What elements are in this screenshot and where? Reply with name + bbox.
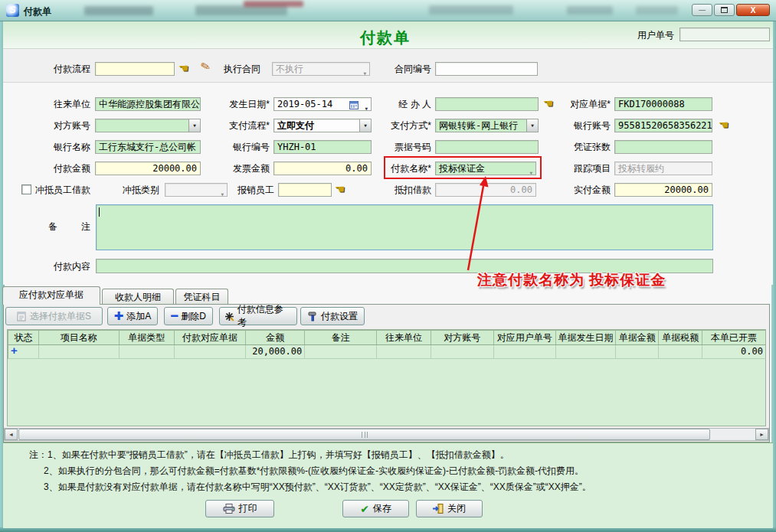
- row-remark-cell: [305, 345, 377, 358]
- bill-no-field[interactable]: [435, 140, 539, 154]
- delete-button[interactable]: ━ 删除D: [164, 307, 213, 325]
- partner-unit-label: 往来单位: [46, 97, 90, 111]
- col-header-status[interactable]: 状态: [8, 331, 39, 344]
- handler-field[interactable]: [435, 97, 539, 111]
- chevron-down-icon[interactable]: ▼: [359, 119, 371, 132]
- col-header-counter-acct[interactable]: 对方账号: [431, 331, 494, 344]
- offset-loan-checkbox[interactable]: [21, 184, 31, 194]
- col-header-user-doc-no[interactable]: 对应用户单号: [494, 331, 556, 344]
- actual-amount-field[interactable]: 20000.00: [614, 183, 712, 197]
- col-header-invoiced[interactable]: 本单已开票: [702, 331, 765, 344]
- table-header-row: 状态 项目名称 单据类型 付款对应单据 金额 备注 往来单位 对方账号 对应用户…: [8, 330, 766, 345]
- close-icon: X: [751, 6, 756, 15]
- col-header-doc-type[interactable]: 单据类型: [120, 331, 175, 344]
- col-header-project[interactable]: 项目名称: [39, 331, 120, 344]
- invoice-amount-field[interactable]: 0.00: [273, 162, 372, 175]
- titlebar: S 付款单 — X: [0, 0, 776, 21]
- corresp-doc-field[interactable]: FKD170000088: [614, 97, 712, 111]
- col-header-doc-date[interactable]: 单据发生日期: [556, 331, 617, 344]
- payment-form-window: S 付款单 — X 付款单 用户单号 付款流程 ☚ ✎ 执行合同 不执行 ▼ 合…: [0, 0, 776, 532]
- pay-flow2-label: 支付流程*: [226, 119, 270, 132]
- remark-label-left: 备: [48, 220, 57, 233]
- calendar-icon[interactable]: [349, 100, 359, 109]
- save-button[interactable]: ✔ 保存: [342, 500, 409, 517]
- contract-no-field[interactable]: [435, 62, 538, 76]
- pay-amount-label: 付款金额: [46, 162, 90, 175]
- print-button[interactable]: 打印: [205, 500, 274, 517]
- table-row[interactable]: + 20,000.00 0.00: [8, 345, 766, 359]
- print-label: 打印: [239, 502, 257, 515]
- titlebar-blur-artifact: [429, 5, 513, 15]
- pay-method-dropdown[interactable]: 网银转账-网上银行 ▼: [435, 119, 539, 132]
- bank-account-field[interactable]: 95581520658356221: [614, 119, 712, 132]
- row-doc-type-cell: [120, 345, 175, 358]
- exec-contract-dropdown[interactable]: 不执行 ▼: [272, 62, 370, 76]
- pick-handler-hand-icon[interactable]: ☚: [543, 96, 553, 110]
- tab-voucher-subject[interactable]: 凭证科目: [175, 289, 228, 305]
- maximize-button[interactable]: [714, 4, 735, 16]
- highlight-box: [384, 156, 542, 179]
- bank-code-field[interactable]: YHZH-01: [273, 140, 372, 154]
- partner-unit-field[interactable]: 中华能源控股集团有限公: [95, 97, 201, 111]
- offset-type-dropdown[interactable]: ▼: [165, 183, 228, 197]
- col-header-doc-tax[interactable]: 单据税额: [659, 331, 702, 344]
- tab-payee-detail[interactable]: 收款人明细: [102, 289, 174, 305]
- plus-icon: ✚: [114, 311, 124, 321]
- pick-emp-hand-icon[interactable]: ☚: [335, 182, 345, 196]
- pay-flow2-value: 立即支付: [277, 120, 314, 131]
- user-no-field[interactable]: [679, 28, 770, 41]
- bank-account-label: 银行账号: [567, 119, 611, 132]
- chevron-down-icon[interactable]: ▼: [365, 103, 368, 111]
- pay-method-value: 网银转账-网上银行: [439, 120, 518, 131]
- occur-date-field[interactable]: 2019-05-14 ▼: [273, 97, 372, 111]
- row-invoiced-cell: 0.00: [702, 345, 765, 358]
- hammer-icon: [307, 312, 318, 321]
- exec-contract-label: 执行合同: [224, 62, 260, 76]
- row-partner-cell: [377, 345, 431, 358]
- chevron-down-icon[interactable]: ▼: [188, 119, 200, 132]
- col-header-amount[interactable]: 金额: [246, 331, 305, 344]
- deduct-loan-label: 抵扣借款: [388, 183, 431, 197]
- scrollbar-grip: [362, 432, 368, 438]
- col-header-partner[interactable]: 往来单位: [377, 331, 431, 344]
- pay-flow-label: 付款流程: [46, 62, 90, 76]
- scroll-left-button[interactable]: ◄: [5, 429, 18, 440]
- pay-amount-field[interactable]: 20000.00: [95, 162, 201, 175]
- row-counter-acct-cell: [431, 345, 494, 358]
- tab-payable-docs[interactable]: 应付款对应单据: [2, 286, 100, 305]
- notepad-icon: [17, 311, 27, 321]
- minimize-button[interactable]: —: [692, 4, 712, 16]
- col-header-doc-amount[interactable]: 单据金额: [616, 331, 659, 344]
- pay-flow-field[interactable]: [95, 62, 175, 76]
- row-doc-tax-cell: [659, 345, 702, 358]
- titlebar-blur-artifact: [636, 6, 678, 15]
- close-form-button[interactable]: 关闭: [416, 500, 483, 517]
- scrollbar-thumb[interactable]: [18, 429, 710, 440]
- pay-info-ref-label: 付款信息参考: [237, 303, 292, 329]
- remark-textarea[interactable]: [96, 204, 713, 250]
- horizontal-scrollbar[interactable]: ◄ ►: [4, 428, 769, 441]
- close-button[interactable]: X: [736, 4, 770, 16]
- bank-code-label: 银行编号: [226, 140, 270, 154]
- minimize-icon: —: [699, 6, 706, 14]
- pay-settings-button[interactable]: 付款设置: [300, 307, 365, 325]
- counter-account-dropdown[interactable]: ▼: [95, 119, 201, 132]
- pay-flow2-dropdown[interactable]: 立即支付 ▼: [273, 119, 372, 132]
- exec-contract-value: 不执行: [276, 64, 303, 74]
- chevron-down-icon[interactable]: ▼: [526, 119, 538, 132]
- select-pay-doc-button: 选择付款单据S: [5, 307, 103, 325]
- pick-flow-hand-icon[interactable]: ☚: [178, 61, 188, 75]
- contract-no-label: 合同编号: [390, 62, 431, 76]
- pick-bank-hand-icon[interactable]: ☚: [719, 118, 729, 132]
- voucher-count-field[interactable]: [614, 140, 712, 154]
- add-button[interactable]: ✚ 添加A: [107, 307, 158, 325]
- titlebar-blur-artifact: [84, 6, 153, 15]
- col-header-pay-doc[interactable]: 付款对应单据: [175, 331, 247, 344]
- col-header-remark[interactable]: 备注: [305, 331, 377, 344]
- reimburse-emp-field[interactable]: [278, 183, 332, 197]
- pay-info-ref-button[interactable]: 付款信息参考: [219, 307, 297, 325]
- save-label: 保存: [373, 502, 391, 515]
- pay-content-label: 付款内容: [46, 259, 90, 273]
- bank-name-field[interactable]: 工行东城支行-总公司帐: [95, 140, 201, 154]
- scroll-right-button[interactable]: ►: [755, 429, 768, 440]
